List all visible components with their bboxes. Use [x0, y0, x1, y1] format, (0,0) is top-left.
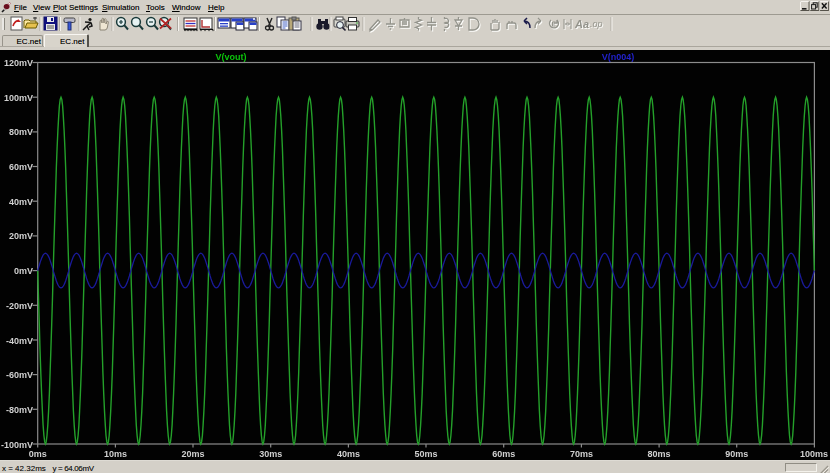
svg-text:V(vout): V(vout)	[216, 52, 247, 62]
svg-text:-60mV: -60mV	[6, 370, 33, 380]
svg-text:60mV: 60mV	[9, 162, 33, 172]
svg-text:80ms: 80ms	[648, 449, 671, 459]
svg-text:40ms: 40ms	[337, 449, 360, 459]
svg-text:30ms: 30ms	[259, 449, 282, 459]
svg-text:.op: .op	[590, 19, 603, 29]
svg-text:Aa: Aa	[574, 18, 589, 30]
svg-text:90ms: 90ms	[725, 449, 748, 459]
svg-text:-20mV: -20mV	[6, 301, 33, 311]
svg-text:0ms: 0ms	[29, 449, 47, 459]
svg-text:40mV: 40mV	[9, 197, 33, 207]
svg-text:-80mV: -80mV	[6, 405, 33, 415]
svg-text:20mV: 20mV	[9, 231, 33, 241]
svg-text:50ms: 50ms	[414, 449, 437, 459]
svg-text:-100mV: -100mV	[1, 440, 33, 450]
svg-text:0mV: 0mV	[14, 266, 33, 276]
svg-text:100mV: 100mV	[4, 93, 33, 103]
svg-text:V(n004): V(n004)	[602, 52, 635, 62]
svg-text:70ms: 70ms	[570, 449, 593, 459]
svg-text:100ms: 100ms	[800, 449, 828, 459]
svg-text:60ms: 60ms	[492, 449, 515, 459]
svg-text:10ms: 10ms	[104, 449, 127, 459]
svg-text:20ms: 20ms	[181, 449, 204, 459]
svg-text:-40mV: -40mV	[6, 336, 33, 346]
svg-text:120mV: 120mV	[4, 58, 33, 68]
svg-text:80mV: 80mV	[9, 127, 33, 137]
